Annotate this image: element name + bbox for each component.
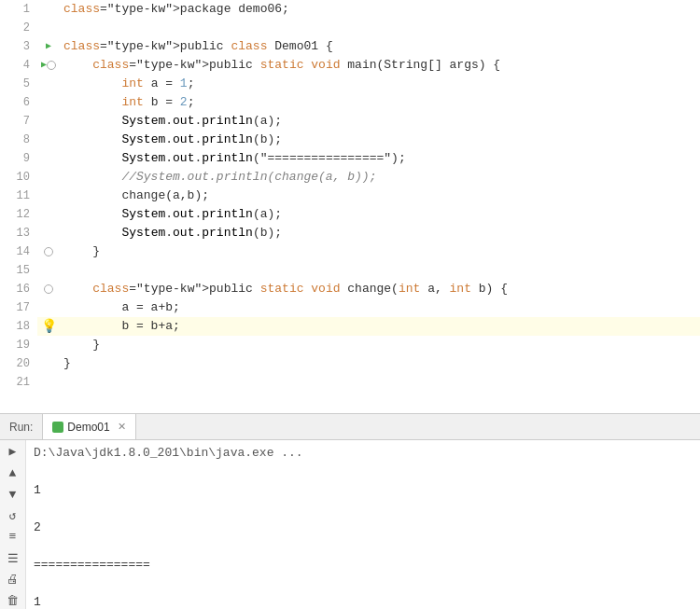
line-number: 10	[0, 168, 37, 187]
line-number: 3	[0, 37, 37, 56]
run-tabs: Run: Demo01 ✕	[0, 414, 700, 440]
run-scroll-down-button[interactable]: ▼	[4, 487, 22, 503]
arrow-icon: ▶	[46, 37, 51, 56]
run-scroll-up-button[interactable]: ▲	[4, 465, 22, 481]
tab-run-icon	[52, 422, 63, 433]
code-line: 6 int b = 2;	[0, 93, 700, 112]
run-tab-demo01[interactable]: Demo01 ✕	[43, 414, 135, 439]
code-line: 9 System.out.println("================")…	[0, 149, 700, 168]
line-gutter	[37, 354, 60, 373]
code-line: 11 change(a,b);	[0, 187, 700, 205]
run-rerun-button[interactable]: ↺	[4, 508, 22, 524]
line-number: 19	[0, 336, 37, 354]
output-line: 1	[34, 593, 693, 609]
output-path-line: D:\Java\jdk1.8.0_201\bin\java.exe ...	[34, 444, 693, 463]
line-gutter	[37, 112, 60, 131]
tab-name: Demo01	[67, 421, 109, 434]
run-list-button[interactable]: ≡	[4, 530, 22, 546]
editor-area: 1class="type-kw">package demo06;2 3▶clas…	[0, 0, 700, 413]
line-code: a = a+b;	[60, 298, 700, 317]
line-number: 21	[0, 373, 37, 392]
code-content: 1class="type-kw">package demo06;2 3▶clas…	[0, 0, 700, 413]
line-number: 20	[0, 354, 37, 373]
line-code: class="type-kw">public static void chang…	[60, 280, 700, 298]
line-number: 17	[0, 298, 37, 317]
code-line: 18💡 b = b+a;	[0, 317, 700, 336]
line-gutter	[37, 131, 60, 149]
run-panel: Run: Demo01 ✕ ▶ ▲ ▼ ↺ ≡ ☰ 🖨 🗑 D:\Java\jd…	[0, 413, 700, 609]
line-number: 13	[0, 224, 37, 242]
line-code: int b = 2;	[60, 93, 700, 112]
line-number: 14	[0, 242, 37, 261]
line-gutter: 💡	[37, 317, 60, 336]
line-number: 16	[0, 280, 37, 298]
line-code: class="type-kw">package demo06;	[60, 0, 700, 19]
line-number: 8	[0, 131, 37, 149]
code-line: 8 System.out.println(b);	[0, 131, 700, 149]
code-line: 21	[0, 373, 700, 392]
line-number: 1	[0, 0, 37, 19]
circle-icon	[44, 247, 53, 256]
line-gutter	[37, 168, 60, 187]
line-gutter	[37, 187, 60, 205]
code-line: 1class="type-kw">package demo06;	[0, 0, 700, 19]
code-line: 7 System.out.println(a);	[0, 112, 700, 131]
line-code: System.out.println(b);	[60, 224, 700, 242]
breakpoint-circle-icon	[47, 61, 56, 70]
line-code: System.out.println(a);	[60, 112, 700, 131]
line-number: 11	[0, 187, 37, 205]
line-gutter	[37, 242, 60, 261]
code-line: 14 }	[0, 242, 700, 261]
line-number: 2	[0, 19, 37, 37]
line-code: }	[60, 354, 700, 373]
line-gutter	[37, 149, 60, 168]
line-number: 9	[0, 149, 37, 168]
line-number: 4	[0, 56, 37, 75]
code-line: 16 class="type-kw">public static void ch…	[0, 280, 700, 298]
line-gutter	[37, 280, 60, 298]
code-line: 5 int a = 1;	[0, 75, 700, 93]
line-gutter: ▶	[37, 37, 60, 56]
run-print-button[interactable]: 🖨	[4, 572, 22, 588]
code-line: 3▶class="type-kw">public class Demo01 {	[0, 37, 700, 56]
code-line: 17 a = a+b;	[0, 298, 700, 317]
tab-close-icon[interactable]: ✕	[118, 421, 126, 433]
run-label: Run:	[0, 414, 43, 439]
line-code: class="type-kw">public class Demo01 {	[60, 37, 700, 56]
run-settings-button[interactable]: ☰	[4, 550, 22, 566]
run-sidebar: ▶ ▲ ▼ ↺ ≡ ☰ 🖨 🗑	[0, 440, 26, 609]
line-gutter	[37, 0, 60, 19]
line-gutter	[37, 261, 60, 280]
code-line: 4▶ class="type-kw">public static void ma…	[0, 56, 700, 75]
line-number: 15	[0, 261, 37, 280]
line-code: System.out.println("================");	[60, 149, 700, 168]
line-code: System.out.println(b);	[60, 131, 700, 149]
code-line: 19 }	[0, 336, 700, 354]
run-output-container: ▶ ▲ ▼ ↺ ≡ ☰ 🖨 🗑 D:\Java\jdk1.8.0_201\bin…	[0, 440, 700, 609]
run-play-button[interactable]: ▶	[4, 444, 22, 460]
line-code	[60, 19, 700, 37]
line-gutter	[37, 75, 60, 93]
code-line: 10 //System.out.println(change(a, b));	[0, 168, 700, 187]
line-gutter	[37, 93, 60, 112]
line-code: }	[60, 242, 700, 261]
bulb-icon[interactable]: 💡	[41, 317, 57, 336]
line-gutter	[37, 336, 60, 354]
line-code: //System.out.println(change(a, b));	[60, 168, 700, 187]
code-line: 2	[0, 19, 700, 37]
line-number: 12	[0, 205, 37, 224]
circle-icon	[44, 284, 53, 294]
code-line: 15	[0, 261, 700, 280]
line-number: 6	[0, 93, 37, 112]
run-output: D:\Java\jdk1.8.0_201\bin\java.exe ...12=…	[26, 440, 700, 609]
line-gutter	[37, 298, 60, 317]
line-gutter	[37, 19, 60, 37]
line-code	[60, 261, 700, 280]
line-number: 18	[0, 317, 37, 336]
line-code	[60, 373, 700, 392]
line-code: change(a,b);	[60, 187, 700, 205]
run-stop-button[interactable]: 🗑	[4, 593, 22, 609]
line-gutter: ▶	[37, 56, 60, 75]
line-gutter	[37, 205, 60, 224]
line-number: 7	[0, 112, 37, 131]
